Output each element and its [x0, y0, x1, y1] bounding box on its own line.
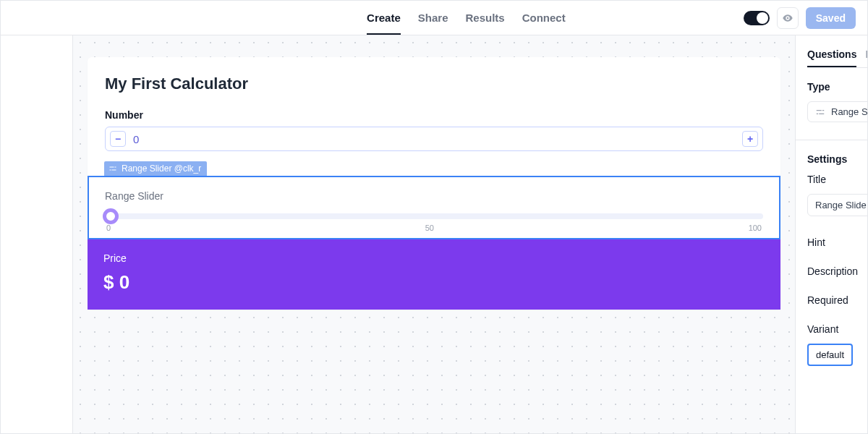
- prop-description-label: Description: [807, 265, 867, 277]
- tab-results[interactable]: Results: [465, 1, 504, 35]
- divider: [796, 140, 867, 140]
- range-slider[interactable]: 0 50 100: [105, 213, 763, 232]
- prop-variant-label: Variant: [807, 323, 867, 335]
- selection-tag-text: Range Slider @clk_r: [122, 163, 201, 174]
- panel-tab-questions[interactable]: Questions: [807, 48, 856, 67]
- prop-hint-label: Hint: [807, 237, 867, 248]
- settings-heading: Settings: [807, 153, 867, 165]
- tick-mid: 50: [425, 224, 434, 232]
- calculator-title: My First Calculator: [105, 75, 763, 93]
- sliders-icon: [815, 107, 825, 117]
- number-stepper[interactable]: − 0 +: [105, 127, 763, 151]
- slider-thumb[interactable]: [103, 208, 119, 224]
- price-block: Price $ 0: [88, 239, 780, 310]
- slider-track[interactable]: [105, 213, 763, 219]
- tab-create[interactable]: Create: [367, 1, 401, 35]
- panel-tab-secondary[interactable]: D: [865, 48, 867, 67]
- type-value: Range S: [831, 106, 867, 117]
- eye-button[interactable]: [777, 7, 799, 29]
- number-label: Number: [105, 109, 763, 121]
- preview-toggle[interactable]: [744, 11, 770, 25]
- canvas[interactable]: My First Calculator Number − 0 + Range S…: [73, 35, 795, 433]
- price-value: $ 0: [103, 271, 765, 294]
- eye-icon: [782, 12, 793, 24]
- type-selector[interactable]: Range S: [807, 101, 867, 122]
- tick-max: 100: [749, 224, 762, 232]
- top-bar: Create Share Results Connect Saved: [1, 1, 867, 35]
- tab-share[interactable]: Share: [418, 1, 448, 35]
- range-slider-element[interactable]: Range Slider 0 50 100: [88, 176, 780, 239]
- type-heading: Type: [807, 81, 867, 93]
- number-increment[interactable]: +: [742, 131, 758, 147]
- calculator-card[interactable]: My First Calculator Number − 0 + Range S…: [88, 57, 780, 310]
- properties-panel: Questions D Type Range S Settings Title …: [795, 35, 867, 433]
- number-decrement[interactable]: −: [110, 131, 126, 147]
- price-label: Price: [103, 252, 765, 264]
- prop-variant-input[interactable]: default: [807, 344, 853, 366]
- prop-title-label: Title: [807, 174, 867, 185]
- number-value[interactable]: 0: [133, 133, 735, 145]
- panel-tabs: Questions D: [807, 48, 867, 68]
- range-title: Range Slider: [105, 190, 763, 202]
- selection-tag[interactable]: Range Slider @clk_r: [104, 161, 207, 176]
- saved-button[interactable]: Saved: [806, 7, 856, 29]
- prop-required-label: Required: [807, 294, 867, 306]
- main-tabs: Create Share Results Connect: [367, 1, 566, 35]
- left-gutter: [1, 35, 73, 433]
- slider-ticks: 0 50 100: [105, 224, 763, 232]
- prop-title-input[interactable]: Range Slide: [807, 194, 867, 216]
- tab-connect[interactable]: Connect: [522, 1, 566, 35]
- tick-min: 0: [106, 224, 111, 232]
- sliders-icon: [109, 164, 117, 173]
